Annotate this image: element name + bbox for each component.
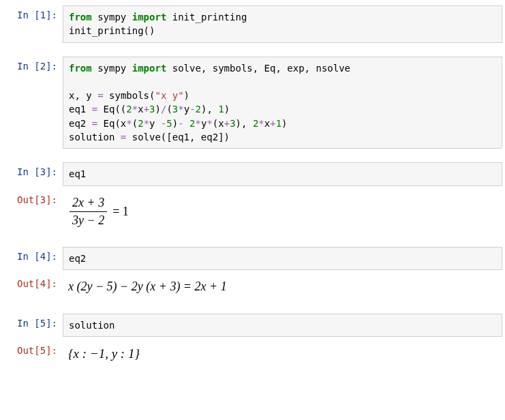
cell-3-input: In [3]: eq1 [3, 162, 502, 185]
cell-1: In [1]: from sympy import init_printing … [3, 5, 502, 43]
input-prompt: In [5]: [3, 314, 63, 329]
cell-4-output: Out[4]: x (2y − 5) − 2y (x + 3) = 2x + 1 [3, 274, 502, 299]
code-input[interactable]: from sympy import solve, symbols, Eq, ex… [63, 57, 502, 149]
output-prompt: Out[5]: [3, 341, 63, 356]
output-math: 2x + 3 3y − 2 = 1 [63, 190, 502, 233]
cell-5-output: Out[5]: {x : −1, y : 1} [3, 341, 502, 368]
code-input[interactable]: from sympy import init_printing init_pri… [63, 5, 502, 43]
equals-rhs: = 1 [108, 203, 129, 220]
input-prompt: In [3]: [3, 162, 63, 177]
output-prompt: Out[3]: [3, 190, 63, 205]
cell-2: In [2]: from sympy import solve, symbols… [3, 57, 502, 149]
cell-5-input: In [5]: solution [3, 314, 502, 337]
numerator: 2x + 3 [72, 196, 104, 209]
code-input[interactable]: eq2 [63, 247, 502, 270]
solution-text: {x : −1, y : 1} [68, 346, 140, 361]
equation-text: x (2y − 5) − 2y (x + 3) = 2x + 1 [68, 280, 227, 293]
denominator: 3y − 2 [72, 213, 104, 227]
input-prompt: In [1]: [3, 5, 63, 20]
input-prompt: In [4]: [3, 247, 63, 262]
input-prompt: In [2]: [3, 57, 63, 72]
cell-4-input: In [4]: eq2 [3, 247, 502, 270]
fraction: 2x + 3 3y − 2 [70, 194, 107, 229]
code-input[interactable]: eq1 [63, 162, 502, 185]
code-input[interactable]: solution [63, 314, 502, 337]
output-math: x (2y − 5) − 2y (x + 3) = 2x + 1 [63, 274, 502, 299]
output-math: {x : −1, y : 1} [63, 341, 502, 368]
cell-3-output: Out[3]: 2x + 3 3y − 2 = 1 [3, 190, 502, 233]
output-prompt: Out[4]: [3, 274, 63, 289]
